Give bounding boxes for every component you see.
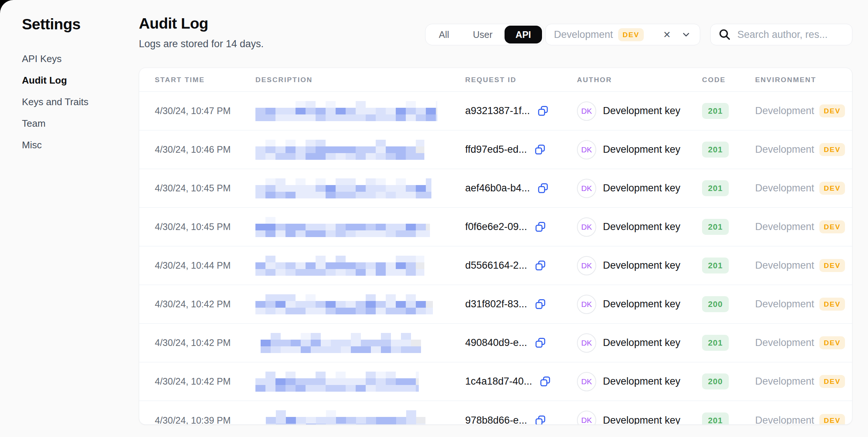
code-cell: 200 [702, 373, 755, 389]
log-type-segmented-control: All User API [425, 24, 544, 45]
environment-cell: Development DEV [755, 104, 852, 117]
environment-dev-badge: DEV [819, 259, 845, 272]
request-id-cell: f0f6e6e2-09... [465, 221, 577, 233]
clear-environment-icon[interactable]: ✕ [660, 29, 674, 40]
copy-icon[interactable] [535, 260, 546, 271]
code-cell: 201 [702, 180, 755, 196]
environment-dev-badge: DEV [819, 182, 845, 195]
start-time-cell: 4/30/24, 10:45 PM [155, 221, 255, 232]
table-row[interactable]: 4/30/24, 10:42 PM d31f802f-83... DK Deve… [139, 285, 852, 324]
status-code-badge: 201 [702, 219, 729, 235]
environment-dev-badge: DEV [819, 220, 845, 233]
column-header-environment: ENVIRONMENT [755, 76, 852, 84]
avatar: DK [577, 179, 596, 198]
avatar: DK [577, 411, 596, 425]
code-cell: 201 [702, 258, 755, 273]
copy-icon[interactable] [535, 298, 546, 310]
avatar: DK [577, 333, 596, 353]
author-name: Development key [603, 182, 681, 194]
tab-all[interactable]: All [427, 26, 461, 43]
table-row[interactable]: 4/30/24, 10:42 PM 1c4a18d7-40... DK Deve… [139, 362, 852, 401]
description-cell [255, 178, 465, 198]
column-header-author: AUTHOR [577, 76, 702, 84]
copy-icon[interactable] [534, 144, 546, 155]
description-cell [255, 410, 465, 425]
request-id-text: d31f802f-83... [465, 298, 527, 310]
author-name: Development key [603, 337, 681, 349]
request-id-text: aef46b0a-b4... [465, 182, 530, 194]
tab-api[interactable]: API [505, 26, 542, 43]
sidebar-item-audit-log[interactable]: Audit Log [22, 75, 126, 85]
audit-log-table: START TIME DESCRIPTION REQUEST ID AUTHOR… [139, 68, 852, 425]
request-id-text: d5566164-2... [465, 260, 527, 271]
environment-cell: Development DEV [755, 182, 852, 195]
description-cell [255, 217, 465, 237]
redacted-description [266, 410, 425, 425]
author-cell: DK Development key [577, 256, 702, 275]
redacted-description [255, 140, 424, 160]
description-cell [255, 256, 465, 276]
search-input[interactable] [737, 29, 845, 41]
author-name: Development key [603, 415, 681, 425]
code-cell: 201 [702, 103, 755, 119]
status-code-badge: 201 [702, 412, 729, 425]
copy-icon[interactable] [537, 182, 549, 194]
start-time-cell: 4/30/24, 10:47 PM [155, 106, 255, 116]
start-time-cell: 4/30/24, 10:46 PM [155, 144, 255, 155]
settings-page: Settings API Keys Audit Log Keys and Tra… [0, 0, 868, 437]
request-id-cell: 978b8d66-e... [465, 415, 577, 425]
request-id-text: 490840d9-e... [465, 337, 527, 349]
environment-dev-badge: DEV [819, 336, 845, 349]
author-cell: DK Development key [577, 217, 702, 237]
author-name: Development key [603, 260, 681, 271]
column-header-code: CODE [702, 76, 755, 84]
status-code-badge: 201 [702, 142, 729, 158]
sidebar-item-misc[interactable]: Misc [22, 140, 126, 150]
environment-dev-badge: DEV [819, 143, 845, 156]
filter-controls: All User API Development DEV ✕ [0, 24, 868, 45]
avatar: DK [577, 295, 596, 314]
avatar: DK [577, 140, 596, 159]
copy-icon[interactable] [535, 221, 546, 233]
redacted-description [255, 294, 433, 314]
redacted-description [255, 101, 437, 121]
request-id-cell: 1c4a18d7-40... [465, 376, 577, 387]
table-row[interactable]: 4/30/24, 10:45 PM f0f6e6e2-09... DK Deve… [139, 208, 852, 246]
copy-icon[interactable] [539, 376, 551, 387]
table-row[interactable]: 4/30/24, 10:47 PM a9321387-1f... DK Deve… [139, 92, 852, 130]
start-time-cell: 4/30/24, 10:45 PM [155, 183, 255, 194]
sidebar-item-api-keys[interactable]: API Keys [22, 54, 126, 64]
author-name: Development key [603, 376, 681, 387]
start-time-cell: 4/30/24, 10:44 PM [155, 260, 255, 271]
sidebar-item-team[interactable]: Team [22, 119, 126, 129]
tab-user[interactable]: User [461, 26, 505, 43]
start-time-cell: 4/30/24, 10:42 PM [155, 299, 255, 310]
environment-name: Development [755, 182, 814, 194]
table-row[interactable]: 4/30/24, 10:46 PM ffd97ed5-ed... DK Deve… [139, 130, 852, 169]
copy-icon[interactable] [535, 337, 546, 349]
search-icon [718, 28, 731, 41]
copy-icon[interactable] [537, 105, 549, 117]
environment-dev-badge: DEV [819, 414, 845, 425]
chevron-down-icon[interactable] [681, 29, 692, 40]
table-row[interactable]: 4/30/24, 10:39 PM 978b8d66-e... DK Devel… [139, 401, 852, 425]
request-id-text: a9321387-1f... [465, 105, 530, 117]
table-row[interactable]: 4/30/24, 10:44 PM d5566164-2... DK Devel… [139, 246, 852, 285]
copy-icon[interactable] [535, 415, 546, 425]
table-header-row: START TIME DESCRIPTION REQUEST ID AUTHOR… [139, 68, 852, 92]
description-cell [255, 294, 465, 314]
author-cell: DK Development key [577, 295, 702, 314]
start-time-cell: 4/30/24, 10:42 PM [155, 337, 255, 348]
status-code-badge: 201 [702, 103, 729, 119]
status-code-badge: 200 [702, 296, 729, 312]
environment-cell: Development DEV [755, 336, 852, 349]
environment-select[interactable]: Development DEV ✕ [545, 24, 700, 45]
sidebar-item-keys-and-traits[interactable]: Keys and Traits [22, 97, 126, 107]
environment-dev-badge: DEV [618, 28, 644, 41]
environment-dev-badge: DEV [819, 298, 845, 311]
code-cell: 201 [702, 219, 755, 235]
table-row[interactable]: 4/30/24, 10:45 PM aef46b0a-b4... DK Deve… [139, 169, 852, 208]
table-row[interactable]: 4/30/24, 10:42 PM 490840d9-e... DK Devel… [139, 324, 852, 362]
environment-select-value: Development [554, 29, 613, 41]
request-id-text: f0f6e6e2-09... [465, 221, 527, 233]
